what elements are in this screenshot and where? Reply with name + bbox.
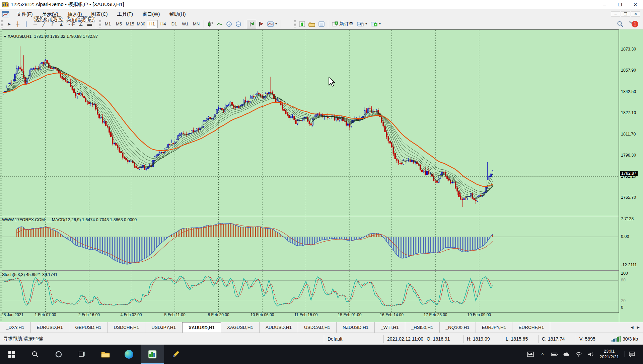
- menu-item-5[interactable]: 窗口(W): [138, 10, 164, 18]
- tab-gbpusd[interactable]: GBPUSD,H1: [69, 322, 108, 333]
- timeframe-mn[interactable]: MN: [191, 20, 202, 28]
- menu-item-4[interactable]: 工具(T): [113, 10, 138, 18]
- time-axis-label: 2 Feb 16:00: [78, 312, 100, 317]
- price-tick: 1873.30: [621, 47, 636, 52]
- add-chart-icon[interactable]: ▼: [369, 20, 383, 28]
- favorites-folder-icon[interactable]: [307, 20, 317, 28]
- app-logo-icon: [2, 2, 9, 8]
- tabs-scroll-right-icon[interactable]: ▶: [637, 325, 640, 330]
- minimize-button[interactable]: –: [597, 0, 612, 9]
- price-tick: 1796.30: [621, 153, 636, 158]
- restore-button[interactable]: ❐: [612, 0, 628, 9]
- pen-tool-icon[interactable]: [164, 345, 188, 364]
- cortana-icon[interactable]: [47, 345, 70, 364]
- tab-nzdusd[interactable]: NZDUSD,H1: [337, 322, 375, 333]
- price-tick: 1827.10: [621, 110, 636, 115]
- auto-scroll-icon[interactable]: [247, 20, 256, 28]
- time-axis-label: 1 Feb 07:00: [34, 312, 56, 317]
- auto-trading-icon[interactable]: ▼: [355, 20, 369, 28]
- chart-shift-icon[interactable]: [256, 20, 266, 28]
- tab-usdjpy[interactable]: USDJPY,H1: [145, 322, 182, 333]
- edge-icon[interactable]: [117, 345, 141, 364]
- tab-audusd[interactable]: AUDUSD,H1: [260, 322, 298, 333]
- close-button[interactable]: ✕: [628, 0, 643, 9]
- task-view-icon[interactable]: [70, 345, 94, 364]
- tab-wti[interactable]: _WTI,H1: [375, 322, 405, 333]
- cursor-icon[interactable]: ➤: [5, 20, 13, 28]
- window-title: 12252812: Alpari-Demo - 模拟帐户 - [XAUUSD,H…: [11, 1, 124, 8]
- toolbar-grip[interactable]: [1, 20, 3, 28]
- input-indicator-icon[interactable]: [527, 351, 534, 358]
- tab-eurjpy[interactable]: EURJPY,H1: [476, 322, 513, 333]
- tab-eurusd[interactable]: EURUSD,H1: [31, 322, 69, 333]
- child-restore-button[interactable]: ❐: [621, 11, 630, 17]
- start-button[interactable]: [0, 345, 23, 364]
- mouse-cursor: [328, 77, 336, 87]
- symbol-dropdown-icon[interactable]: ▼: [3, 35, 8, 38]
- windows-taskbar: ^ 23:01 2021/2/21: [0, 345, 643, 364]
- zoom-in-icon[interactable]: [224, 20, 234, 28]
- time-axis-label: 15 Feb 01:00: [338, 312, 362, 317]
- child-close-button[interactable]: ✕: [631, 11, 640, 17]
- price-chart[interactable]: [0, 29, 619, 322]
- taskbar-search-icon[interactable]: [23, 345, 47, 364]
- crosshair-icon[interactable]: ┼: [13, 20, 22, 28]
- search-icon[interactable]: [617, 21, 624, 27]
- time-axis-label: 5 Feb 11:00: [164, 312, 185, 317]
- timeframe-h1[interactable]: H1: [147, 20, 158, 28]
- chevron-down-icon: ▼: [378, 22, 381, 25]
- stoch-indicator-label: Stoch(5,3,3) 45.8521 39.1741: [2, 272, 57, 277]
- timeframe-m15[interactable]: M15: [125, 20, 136, 28]
- battery-icon[interactable]: [551, 351, 558, 358]
- mt4-terminal-icon[interactable]: [141, 345, 164, 364]
- tab-eurchf[interactable]: EURCHF,H1: [512, 322, 550, 333]
- candlestick-chart-icon[interactable]: [206, 20, 215, 28]
- time-axis-label: 17 Feb 23:00: [424, 312, 447, 317]
- file-explorer-icon[interactable]: [94, 345, 117, 364]
- stoch-tick: 80: [621, 278, 626, 282]
- chevron-down-icon: ▼: [275, 22, 278, 25]
- tab-hsi50[interactable]: _HSI50,H1: [405, 322, 440, 333]
- market-watch-icon[interactable]: [297, 20, 307, 28]
- taskbar-clock[interactable]: 23:01 2021/2/21: [599, 349, 619, 360]
- timeframe-m30[interactable]: M30: [136, 20, 147, 28]
- timeframe-h4[interactable]: H4: [158, 20, 169, 28]
- onedrive-cloud-icon[interactable]: [563, 351, 570, 358]
- tab-nq100[interactable]: _NQ100,H1: [440, 322, 476, 333]
- stoch-tick: 20: [621, 298, 626, 303]
- time-axis-label: 4 Feb 02:00: [120, 312, 142, 317]
- new-order-button[interactable]: 新订单: [330, 20, 355, 28]
- chevron-up-icon[interactable]: ^: [539, 351, 546, 358]
- tabs-scroll-left-icon[interactable]: ◀: [631, 325, 633, 330]
- tab-xagusd[interactable]: XAGUSD,H1: [221, 322, 260, 333]
- price-axis[interactable]: 1873.301857.901842.501827.101811.701796.…: [619, 29, 643, 322]
- status-profile[interactable]: Default: [324, 335, 384, 343]
- tab-usdchf[interactable]: USDCHF,H1: [108, 322, 146, 333]
- volume-icon[interactable]: [587, 351, 594, 358]
- timeframe-w1[interactable]: W1: [180, 20, 191, 28]
- status-bar: 寻求帮助,请按F1键 Default 2021.02.12 11:00 O: 1…: [0, 333, 643, 345]
- stoch-tick: 100: [621, 271, 628, 276]
- stoch-tick: 0: [621, 305, 623, 310]
- zoom-out-icon[interactable]: [234, 20, 243, 28]
- indicators-icon[interactable]: ▼: [266, 20, 279, 28]
- vertical-line-icon[interactable]: │: [22, 20, 31, 28]
- wifi-icon[interactable]: [575, 351, 582, 358]
- navigator-icon[interactable]: [317, 20, 326, 28]
- timeframe-m1[interactable]: M1: [102, 20, 114, 28]
- action-center-icon[interactable]: [624, 351, 639, 357]
- notification-badge[interactable]: 1: [632, 21, 638, 27]
- status-bar-time: 2021.02.12 11:00: [384, 335, 423, 343]
- tab-xauusd[interactable]: XAUUSD,H1: [182, 322, 221, 333]
- menu-item-6[interactable]: 帮助(H): [165, 10, 191, 18]
- timeframe-d1[interactable]: D1: [169, 20, 180, 28]
- timeframe-m5[interactable]: M5: [114, 20, 125, 28]
- menu-item-0[interactable]: 文件(F): [12, 10, 38, 18]
- chart-window-icon: [2, 11, 9, 17]
- macd-tick: 0.00: [621, 234, 629, 239]
- child-minimize-button[interactable]: –: [611, 11, 620, 17]
- tab-usdcad[interactable]: USDCAD,H1: [298, 322, 337, 333]
- line-chart-icon[interactable]: [215, 20, 224, 28]
- chart-area[interactable]: ▼ XAUUSD,H1 1781.90 1783.32 1780.88 1782…: [0, 29, 643, 322]
- tab-dxy[interactable]: _DXY,H1: [0, 322, 31, 333]
